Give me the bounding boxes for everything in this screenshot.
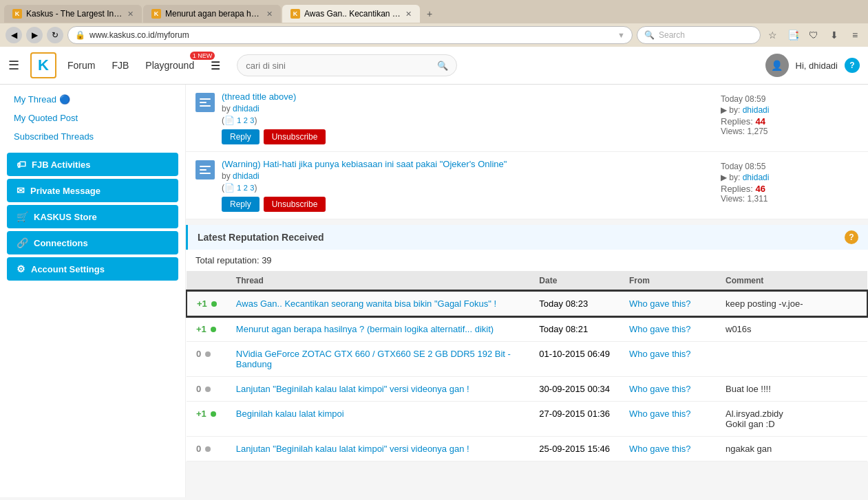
sidebar-item-my-thread[interactable]: My Thread 🔵 bbox=[0, 90, 185, 109]
site-search-wrapper: 🔍 bbox=[237, 54, 457, 76]
nav-playground[interactable]: Playground 1 NEW bbox=[145, 57, 194, 74]
site-search-input[interactable] bbox=[246, 61, 432, 71]
new-tab-button[interactable]: + bbox=[421, 4, 438, 23]
reply-button-2[interactable]: Reply bbox=[222, 197, 260, 212]
rep-score-value: +1 bbox=[197, 298, 207, 309]
browser-tab-2[interactable]: K Menurut agan berapa hasi... ✕ bbox=[143, 5, 281, 23]
rep-who-link[interactable]: Who gave this? bbox=[629, 324, 691, 334]
shield-icon[interactable]: 🛡 bbox=[806, 28, 821, 43]
thread-last-user-link[interactable]: dhidadi bbox=[743, 105, 770, 115]
star-icon[interactable]: ☆ bbox=[765, 28, 780, 43]
sidebar-btn-private-message[interactable]: ✉ Private Message bbox=[7, 179, 178, 202]
tab-bar: K Kaskus - The Largest Indo... ✕ K Menur… bbox=[0, 0, 868, 23]
address-text: www.kaskus.co.id/myforum bbox=[89, 30, 613, 40]
tab-close-2[interactable]: ✕ bbox=[266, 10, 273, 19]
rep-who-link[interactable]: Who gave this? bbox=[629, 409, 691, 419]
sidebar-item-subscribed-threads[interactable]: Subscribed Threads bbox=[0, 127, 185, 146]
thread-icon-lines-2 bbox=[197, 163, 213, 177]
rep-who-link[interactable]: Who gave this? bbox=[629, 349, 691, 359]
address-bar[interactable]: 🔒 www.kaskus.co.id/myforum ▼ bbox=[67, 26, 633, 44]
reputation-section: Latest Reputation Received ? Total reput… bbox=[186, 225, 868, 461]
rep-thread-link[interactable]: Awas Gan.. Kecantikan seorang wanita bis… bbox=[236, 298, 496, 309]
thread-title-2[interactable]: (Warning) Hati-hati jika punya kebiasaan… bbox=[222, 159, 714, 169]
rep-thread-link[interactable]: NVidia GeForce ZOTAC GTX 660 / GTX660 SE… bbox=[236, 349, 511, 369]
thread-author[interactable]: dhidadi bbox=[233, 104, 260, 113]
rep-date-cell: 01-10-2015 06:49 bbox=[529, 342, 620, 377]
rep-who-link[interactable]: Who gave this? bbox=[629, 384, 691, 394]
thread-content: (thread title above) by dhidadi (📄 1 2 3… bbox=[222, 91, 714, 144]
sidebar-btn-account-settings[interactable]: ⚙ Account Settings bbox=[7, 257, 178, 281]
rep-thread-link[interactable]: Lanjutan "Beginilah kalau lalat kimpoi" … bbox=[236, 444, 469, 454]
rep-score-value: +1 bbox=[196, 324, 207, 334]
browser-tab-1[interactable]: K Kaskus - The Largest Indo... ✕ bbox=[4, 5, 142, 23]
sidebar-btn-fjb-activities[interactable]: 🏷 FJB Activities bbox=[7, 153, 178, 176]
dropdown-arrow-icon[interactable]: ▼ bbox=[617, 31, 625, 39]
more-icon[interactable]: ≡ bbox=[847, 28, 862, 43]
thread-stats: Today 08:59 ▶ by: dhidadi Replies: 44 Vi… bbox=[721, 91, 858, 139]
rep-date-cell: Today 08:21 bbox=[529, 316, 620, 342]
bookmark-icon[interactable]: 📑 bbox=[785, 28, 801, 43]
nav-forum[interactable]: Forum bbox=[67, 57, 95, 74]
rep-thread-link[interactable]: Lanjutan "Beginilah kalau lalat kimpoi" … bbox=[236, 384, 469, 394]
rep-dot-icon bbox=[211, 327, 216, 332]
rep-from-cell: Who gave this? bbox=[620, 402, 716, 437]
tab-favicon-2: K bbox=[151, 9, 161, 19]
sidebar-btn-connections[interactable]: 🔗 Connections bbox=[7, 231, 178, 254]
help-button[interactable]: ? bbox=[845, 58, 860, 73]
page-link-2-2[interactable]: 2 bbox=[244, 184, 248, 192]
logo-letter: K bbox=[38, 56, 49, 74]
main-layout: My Thread 🔵 My Quoted Post Subscribed Th… bbox=[0, 85, 868, 497]
page-link-1[interactable]: 1 bbox=[237, 116, 241, 124]
rep-thread-cell: Beginilah kalau lalat kimpoi bbox=[226, 402, 530, 437]
rep-who-link[interactable]: Who gave this? bbox=[629, 444, 691, 454]
thread-title[interactable]: (thread title above) bbox=[222, 91, 714, 102]
page-link-2-1[interactable]: 1 bbox=[237, 184, 241, 192]
browser-search-box[interactable]: 🔍 Search bbox=[637, 26, 761, 44]
nav-fjb[interactable]: FJB bbox=[112, 57, 129, 74]
back-button[interactable]: ◀ bbox=[6, 27, 22, 43]
tab-favicon-1: K bbox=[12, 9, 22, 19]
rep-score-cell: +1 bbox=[187, 402, 226, 437]
rep-score: 0 bbox=[196, 444, 217, 454]
replies-count: 44 bbox=[756, 116, 765, 127]
thread-pages-2: (📄 1 2 3) bbox=[222, 183, 714, 193]
lock-icon: 🔒 bbox=[75, 30, 85, 40]
unsubscribe-button-2[interactable]: Unsubscribe bbox=[264, 197, 326, 212]
store-icon: 🛒 bbox=[17, 211, 28, 222]
site-navigation: Forum FJB Playground 1 NEW bbox=[67, 57, 194, 74]
page-link-3[interactable]: 3 bbox=[250, 116, 254, 124]
browser-tab-3[interactable]: K Awas Gan.. Kecantikan se... ✕ bbox=[282, 5, 420, 23]
unsubscribe-button[interactable]: Unsubscribe bbox=[264, 129, 326, 144]
rep-score-cell: 0 bbox=[187, 342, 226, 377]
reply-button[interactable]: Reply bbox=[222, 129, 260, 144]
rep-thread-link[interactable]: Menurut agan berapa hasilnya ? (bermain … bbox=[236, 324, 494, 334]
sidebar-item-quoted-post[interactable]: My Quoted Post bbox=[0, 109, 185, 127]
refresh-button[interactable]: ↻ bbox=[47, 27, 63, 43]
site-search-icon[interactable]: 🔍 bbox=[437, 61, 448, 71]
page-link-2-3[interactable]: 3 bbox=[250, 184, 254, 192]
site-search-bar[interactable]: 🔍 bbox=[237, 54, 457, 76]
site-logo[interactable]: K bbox=[30, 52, 56, 78]
rep-score: +1 bbox=[196, 409, 217, 419]
thread-last-user-2: ▶ by: dhidadi bbox=[721, 173, 858, 182]
thread-icon-2 bbox=[195, 160, 215, 180]
page-link-2[interactable]: 2 bbox=[244, 116, 248, 124]
tab-close-1[interactable]: ✕ bbox=[127, 10, 134, 19]
col-comment: Comment bbox=[716, 271, 867, 291]
rep-date-cell: 27-09-2015 01:36 bbox=[529, 402, 620, 437]
table-row: +1 Menurut agan berapa hasilnya ? (berma… bbox=[187, 316, 867, 342]
hamburger-menu-icon[interactable]: ☰ bbox=[8, 58, 19, 73]
tab-close-3[interactable]: ✕ bbox=[405, 10, 412, 19]
nav-menu-icon[interactable]: ☰ bbox=[211, 59, 220, 72]
avatar[interactable]: 👤 bbox=[765, 54, 789, 77]
thread-author-2[interactable]: dhidadi bbox=[233, 171, 260, 181]
thread-last-user-link-2[interactable]: dhidadi bbox=[743, 173, 770, 182]
download-icon[interactable]: ⬇ bbox=[827, 28, 842, 43]
user-section: 👤 Hi, dhidadi ? bbox=[765, 54, 860, 77]
sidebar-btn-kaskus-store[interactable]: 🛒 KASKUS Store bbox=[7, 205, 178, 228]
rep-help-icon[interactable]: ? bbox=[845, 230, 858, 244]
thread-pages: (📄 1 2 3) bbox=[222, 116, 714, 125]
rep-thread-link[interactable]: Beginilah kalau lalat kimpoi bbox=[236, 409, 344, 419]
rep-who-link[interactable]: Who gave this? bbox=[629, 298, 691, 309]
forward-button[interactable]: ▶ bbox=[26, 27, 43, 43]
